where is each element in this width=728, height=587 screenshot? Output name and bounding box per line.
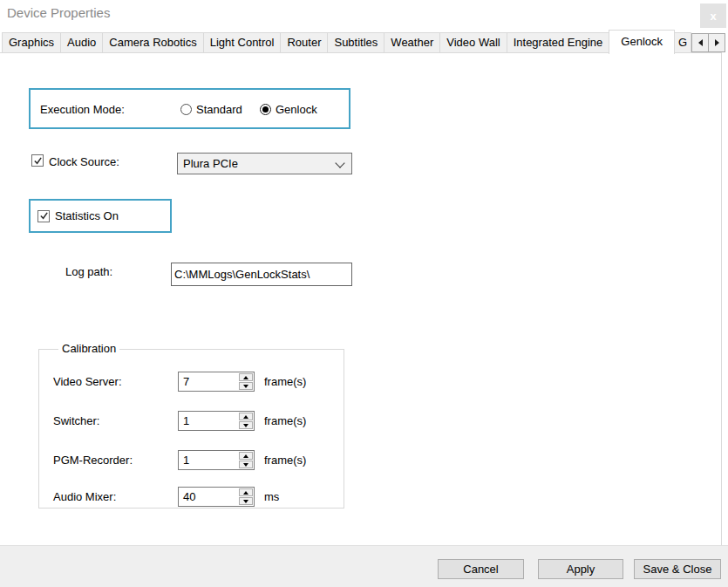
execution-mode-group: Execution Mode: Standard Genlock (29, 88, 350, 129)
tab-graphics[interactable]: Graphics (2, 32, 61, 53)
tab-scroll-right-button[interactable] (708, 33, 725, 52)
standard-radio-label: Standard (196, 103, 242, 116)
down-arrow-icon (243, 500, 248, 503)
execution-mode-standard-radio[interactable]: Standard (180, 103, 242, 116)
execution-mode-genlock-radio[interactable]: Genlock (260, 103, 317, 116)
calibration-group-title: Calibration (58, 342, 119, 355)
close-button[interactable]: x (700, 3, 726, 28)
tab-genlock[interactable]: Genlock (609, 30, 675, 54)
spin-down-button[interactable] (239, 382, 253, 390)
left-arrow-icon (698, 39, 703, 46)
video-server-unit: frame(s) (264, 375, 306, 388)
spin-up-button[interactable] (239, 413, 253, 420)
device-properties-window: Device Properties x Graphics Audio Camer… (0, 0, 728, 587)
up-arrow-icon (243, 376, 248, 379)
spinner-buttons (239, 488, 253, 505)
pgm-recorder-value: 1 (183, 454, 189, 467)
right-arrow-icon (715, 39, 719, 46)
audio-mixer-label: Audio Mixer: (53, 490, 116, 503)
checkmark-icon (39, 211, 49, 221)
statistics-on-checkbox[interactable] (37, 210, 50, 222)
spin-down-button[interactable] (239, 461, 253, 468)
audio-mixer-value: 40 (183, 490, 195, 503)
up-arrow-icon (243, 454, 248, 458)
spinner-buttons (239, 413, 253, 429)
calibration-row-video-server: Video Server: 7 frame(s) (39, 372, 344, 392)
close-icon: x (710, 10, 716, 23)
tab-scroll-left-button[interactable] (691, 33, 709, 52)
spin-down-button[interactable] (239, 497, 253, 505)
calibration-row-audio-mixer: Audio Mixer: 40 ms (39, 487, 344, 507)
switcher-label: Switcher: (53, 414, 99, 427)
statistics-group: Statistics On (29, 199, 172, 233)
spinner-buttons (239, 452, 253, 468)
save-and-close-button[interactable]: Save & Close (634, 559, 721, 579)
clock-source-value: Plura PCIe (178, 157, 238, 170)
audio-mixer-spinner[interactable]: 40 (178, 487, 255, 507)
video-server-spinner[interactable]: 7 (178, 372, 255, 392)
checkmark-icon (33, 156, 43, 166)
statistics-on-label: Statistics On (55, 209, 119, 222)
spinner-buttons (239, 373, 253, 390)
pgm-recorder-spinner[interactable]: 1 (178, 450, 255, 470)
tab-audio[interactable]: Audio (60, 32, 103, 53)
chevron-down-icon (335, 158, 344, 167)
spin-up-button[interactable] (239, 488, 253, 496)
video-server-value: 7 (183, 375, 189, 388)
clock-source-label: Clock Source: (49, 155, 119, 168)
pgm-recorder-label: PGM-Recorder: (53, 454, 133, 467)
calibration-row-pgm-recorder: PGM-Recorder: 1 frame(s) (39, 450, 344, 470)
apply-button[interactable]: Apply (538, 559, 623, 579)
log-path-input[interactable] (171, 263, 352, 286)
switcher-spinner[interactable]: 1 (178, 411, 255, 431)
radio-selected-icon (260, 104, 271, 115)
tab-light-control[interactable]: Light Control (203, 32, 282, 53)
tab-camera-robotics[interactable]: Camera Robotics (102, 32, 203, 53)
audio-mixer-unit: ms (264, 490, 279, 503)
spin-up-button[interactable] (239, 373, 253, 381)
tab-subtitles[interactable]: Subtitles (327, 32, 384, 53)
dialog-footer: Cancel Apply Save & Close (0, 545, 728, 587)
clock-source-checkbox[interactable] (31, 154, 44, 167)
pgm-recorder-unit: frame(s) (264, 454, 306, 467)
up-arrow-icon (243, 491, 248, 495)
down-arrow-icon (243, 424, 248, 427)
down-arrow-icon (243, 385, 248, 388)
down-arrow-icon (243, 463, 248, 467)
tab-scroll-buttons (691, 33, 725, 52)
tab-integrated-engine[interactable]: Integrated Engine (507, 32, 610, 53)
tab-video-wall[interactable]: Video Wall (439, 32, 507, 53)
tab-weather[interactable]: Weather (384, 32, 440, 53)
tab-router[interactable]: Router (280, 32, 328, 53)
genlock-radio-label: Genlock (276, 103, 317, 116)
up-arrow-icon (243, 415, 248, 419)
video-server-label: Video Server: (53, 375, 122, 388)
log-path-label: Log path: (65, 265, 112, 278)
genlock-tab-page: Execution Mode: Standard Genlock Clock S… (0, 52, 722, 545)
spin-down-button[interactable] (239, 421, 253, 429)
tab-overflow-clipped[interactable]: G (674, 32, 691, 53)
switcher-unit: frame(s) (264, 414, 306, 427)
switcher-value: 1 (183, 414, 189, 427)
execution-mode-label: Execution Mode: (40, 103, 125, 116)
calibration-group: Calibration Video Server: 7 frame(s) Swi… (38, 349, 344, 509)
clock-source-select[interactable]: Plura PCIe (177, 153, 352, 174)
tab-bar: Graphics Audio Camera Robotics Light Con… (2, 32, 691, 53)
window-title: Device Properties (7, 5, 110, 20)
spin-up-button[interactable] (239, 452, 253, 460)
radio-icon (180, 104, 192, 115)
calibration-row-switcher: Switcher: 1 frame(s) (39, 411, 344, 431)
cancel-button[interactable]: Cancel (438, 559, 524, 579)
